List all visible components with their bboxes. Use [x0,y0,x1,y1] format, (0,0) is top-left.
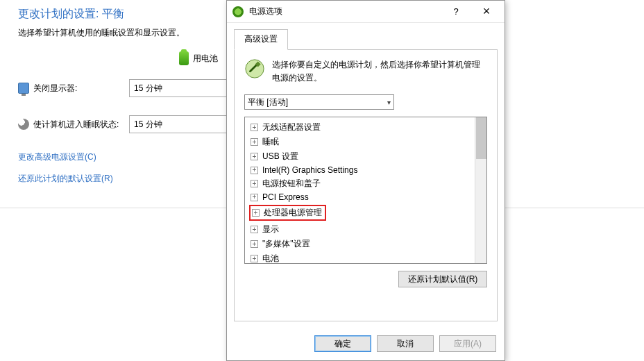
dialog-footer: 确定 取消 应用(A) [227,328,505,360]
display-off-value: 15 分钟 [134,83,162,94]
chevron-down-icon: ▾ [387,99,391,106]
power-options-dialog: 电源选项 ? × 高级设置 选择你要自定义的电源计划，然后选择你希望计算机管理电… [226,0,505,361]
dialog-title: 电源选项 [249,6,441,17]
tree-item-label: 显示 [262,224,279,235]
tab-advanced[interactable]: 高级设置 [234,29,288,50]
restore-plan-defaults-button[interactable]: 还原计划默认值(R) [398,271,487,287]
help-button[interactable]: ? [441,1,471,22]
sleep-value: 15 分钟 [134,119,162,131]
display-off-label: 关闭显示器: [33,83,77,94]
settings-tree: +无线适配器设置+睡眠+USB 设置+Intel(R) Graphics Set… [244,117,487,264]
tree-item-label: 无线适配器设置 [262,121,321,133]
scrollbar-thumb[interactable] [476,117,486,159]
moon-icon [18,119,29,130]
expand-icon[interactable]: + [251,153,258,160]
tree-item[interactable]: +显示 [249,222,474,237]
expand-icon[interactable]: + [251,240,258,248]
expand-icon[interactable]: + [251,255,258,262]
sleep-select[interactable]: 15 分钟 [129,115,233,133]
expand-icon[interactable]: + [252,209,260,217]
tree-item[interactable]: +USB 设置 [249,149,474,164]
tree-item[interactable]: +PCI Express [249,191,474,203]
tree-item-label: USB 设置 [262,151,298,162]
close-button[interactable]: × [471,1,502,22]
tree-item-label: 电池 [262,253,279,264]
expand-icon[interactable]: + [251,167,258,174]
tree-item-highlighted[interactable]: +处理器电源管理 [249,205,326,221]
tree-item-label: Intel(R) Graphics Settings [262,165,357,175]
plan-selected-value: 平衡 [活动] [248,96,288,108]
expand-icon[interactable]: + [251,138,258,146]
tree-item[interactable]: +睡眠 [249,135,474,149]
tree-item[interactable]: +Intel(R) Graphics Settings [249,164,474,176]
dialog-titlebar: 电源选项 ? × [227,1,505,23]
apply-button[interactable]: 应用(A) [439,335,496,352]
tree-item[interactable]: +"多媒体"设置 [249,237,474,251]
expand-icon[interactable]: + [251,226,258,233]
scrollbar[interactable] [475,117,486,263]
power-icon [232,6,244,17]
tree-item-label: 睡眠 [262,136,279,148]
tree-item[interactable]: +无线适配器设置 [249,120,474,135]
cancel-button[interactable]: 取消 [377,335,434,352]
expand-icon[interactable]: + [251,194,258,201]
battery-label: 用电池 [193,53,218,65]
tree-item-label: 电源按钮和盖子 [262,178,321,190]
tree-item-label: 处理器电源管理 [264,207,322,219]
expand-icon[interactable]: + [251,124,258,131]
tab-strip: 高级设置 [234,28,498,50]
plan-select[interactable]: 平衡 [活动] ▾ [244,94,394,110]
battery-icon [179,51,189,65]
expand-icon[interactable]: + [251,180,258,187]
tree-item-label: "多媒体"设置 [262,238,310,250]
ok-button[interactable]: 确定 [314,335,371,352]
plug-icon [244,58,265,79]
tree-item-label: PCI Express [262,192,309,202]
sleep-label: 使计算机进入睡眠状态: [33,119,119,131]
svg-point-0 [246,60,264,78]
dialog-description: 选择你要自定义的电源计划，然后选择你希望计算机管理电源的设置。 [272,58,487,85]
tree-item[interactable]: +电源按钮和盖子 [249,176,474,191]
display-off-select[interactable]: 15 分钟 [129,79,233,97]
tree-item[interactable]: +电池 [249,251,474,264]
tree-item[interactable]: +处理器电源管理 [249,203,474,222]
monitor-icon [18,83,29,94]
